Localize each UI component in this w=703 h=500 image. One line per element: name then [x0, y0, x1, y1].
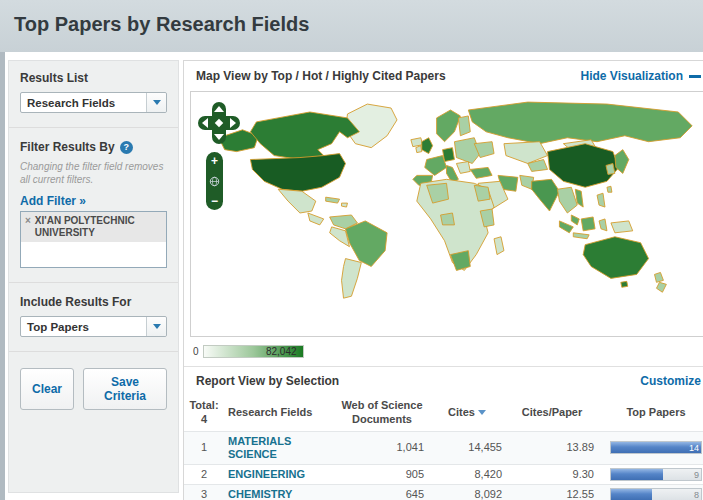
map-pan-control[interactable]: [198, 102, 240, 144]
save-criteria-button[interactable]: Save Criteria: [83, 368, 167, 410]
cites-per-paper-value: 13.89: [506, 431, 598, 464]
cites-per-paper-value: 9.30: [506, 464, 598, 484]
pan-down-icon[interactable]: [214, 134, 224, 140]
results-list-value: Research Fields: [21, 93, 166, 113]
remove-filter-icon[interactable]: ×: [25, 215, 31, 239]
column-cites-per-paper[interactable]: Cites/Paper: [506, 395, 598, 431]
map-country[interactable]: [422, 138, 433, 154]
map-country[interactable]: [532, 179, 560, 211]
map-country[interactable]: [437, 110, 461, 142]
cites-label: Cites: [448, 406, 475, 418]
map-country[interactable]: [559, 221, 573, 233]
documents-value: 1,041: [336, 431, 428, 464]
total-label: Total:: [189, 399, 218, 411]
map-country[interactable]: [621, 281, 628, 287]
include-results-dropdown-button[interactable]: [146, 317, 166, 336]
map-country[interactable]: [571, 215, 579, 225]
top-papers-value: 14: [689, 442, 699, 454]
map-country[interactable]: [470, 167, 492, 178]
map-country[interactable]: [250, 112, 359, 160]
field-link[interactable]: CHEMISTRY: [228, 488, 292, 500]
sidebar-divider: [9, 282, 178, 283]
map-country[interactable]: [656, 282, 666, 292]
map-country[interactable]: [454, 138, 480, 164]
results-list-select[interactable]: Research Fields: [20, 92, 167, 113]
column-cites[interactable]: Cites: [428, 395, 506, 431]
map-country[interactable]: [450, 251, 470, 271]
top-papers-bar: 14: [610, 441, 702, 454]
pan-right-icon[interactable]: [230, 118, 236, 128]
map-country[interactable]: [278, 189, 316, 213]
include-results-select[interactable]: Top Papers: [20, 316, 167, 337]
filter-list-box[interactable]: × XI'AN POLYTECHNIC UNIVERSITY: [20, 211, 167, 268]
cites-value: 8,092: [428, 485, 506, 500]
main-panel: Map View by Top / Hot / Highly Cited Pap…: [183, 60, 703, 500]
minus-icon: [689, 75, 701, 78]
column-top-papers[interactable]: Top Papers: [598, 395, 703, 431]
legend-max-value: 82,042: [266, 346, 297, 358]
map-view-title: Map View by Top / Hot / Highly Cited Pap…: [196, 69, 446, 83]
map-country[interactable]: [581, 217, 595, 231]
top-papers-bar: 9: [610, 468, 702, 481]
column-research-fields[interactable]: Research Fields: [224, 395, 336, 431]
results-list-dropdown-button[interactable]: [146, 93, 166, 112]
map-country[interactable]: [611, 221, 633, 233]
cites-value: 8,420: [428, 464, 506, 484]
help-icon[interactable]: ?: [120, 141, 133, 154]
map-country[interactable]: [342, 259, 362, 299]
map-country[interactable]: [456, 162, 470, 174]
map-country[interactable]: [346, 221, 388, 267]
table-row: 3 CHEMISTRY 645 8,092 12.55 8: [184, 485, 703, 500]
map-country[interactable]: [416, 146, 422, 153]
map-legend: 0 82,042: [184, 337, 703, 361]
filter-tag: × XI'AN POLYTECHNIC UNIVERSITY: [21, 212, 166, 242]
add-filter-link[interactable]: Add Filter »: [20, 194, 86, 208]
top-papers-value: 8: [694, 489, 699, 500]
hide-visualization-link[interactable]: Hide Visualization: [581, 69, 701, 83]
map-country[interactable]: [443, 148, 455, 162]
map-country[interactable]: [458, 116, 470, 136]
map-country[interactable]: [308, 213, 324, 225]
clear-button[interactable]: Clear: [20, 368, 74, 410]
map-country[interactable]: [557, 187, 577, 213]
map-country[interactable]: [655, 272, 664, 282]
map-zoom-control[interactable]: + −: [206, 152, 223, 210]
map-country[interactable]: [494, 237, 504, 255]
total-header: Total: 4: [184, 395, 224, 431]
pan-left-icon[interactable]: [202, 118, 208, 128]
map-country[interactable]: [606, 163, 615, 174]
top-papers-value: 9: [694, 469, 699, 481]
map-country[interactable]: [425, 156, 447, 176]
map-country[interactable]: [597, 193, 605, 207]
world-map[interactable]: [191, 92, 703, 336]
results-list-label: Results List: [20, 71, 167, 85]
bar-fill: [611, 469, 663, 480]
map-country[interactable]: [583, 237, 648, 279]
legend-min-value: 0: [193, 346, 199, 357]
field-link[interactable]: ENGINEERING: [228, 468, 305, 480]
customize-link[interactable]: Customize: [640, 374, 701, 388]
sidebar-divider: [9, 127, 178, 128]
top-papers-bar: 8: [610, 488, 702, 500]
map-country[interactable]: [468, 102, 692, 144]
page-title: Top Papers by Research Fields: [0, 0, 703, 36]
map-country[interactable]: [607, 186, 612, 192]
cites-value: 14,455: [428, 431, 506, 464]
map-country[interactable]: [326, 197, 340, 203]
map-country[interactable]: [441, 213, 455, 225]
row-rank: 3: [184, 485, 224, 500]
globe-icon[interactable]: [209, 176, 220, 187]
map-country[interactable]: [250, 154, 345, 192]
pan-up-icon[interactable]: [214, 106, 224, 112]
zoom-in-icon[interactable]: +: [211, 155, 218, 167]
column-documents[interactable]: Web of Science Documents: [336, 395, 428, 431]
map-country[interactable]: [573, 233, 589, 239]
field-link[interactable]: MATERIALS SCIENCE: [228, 435, 291, 460]
map-country[interactable]: [342, 203, 348, 207]
row-rank: 1: [184, 431, 224, 464]
world-map-container: + −: [190, 91, 703, 337]
table-row: 2 ENGINEERING 905 8,420 9.30 9: [184, 464, 703, 484]
zoom-out-icon[interactable]: −: [211, 195, 218, 207]
map-country[interactable]: [599, 219, 607, 231]
report-view-title: Report View by Selection: [196, 374, 339, 388]
